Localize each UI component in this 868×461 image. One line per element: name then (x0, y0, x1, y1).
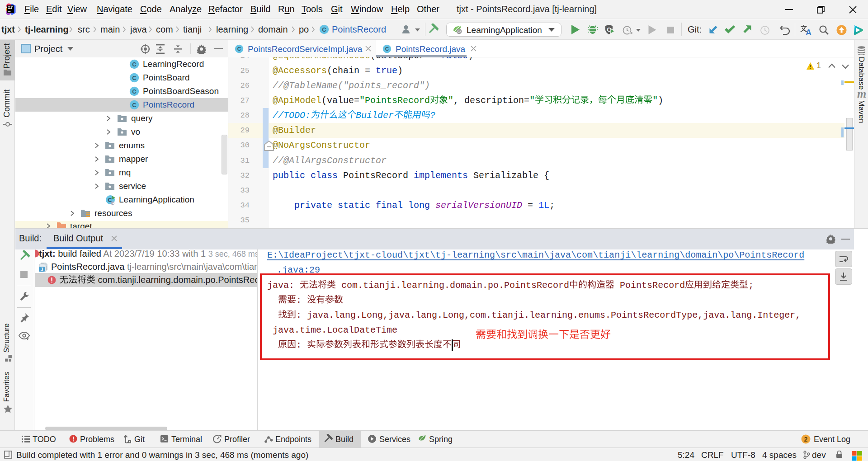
svg-text:C: C (322, 26, 326, 33)
svg-text:C: C (132, 61, 137, 68)
svg-text:C: C (132, 88, 137, 95)
svg-text:C: C (385, 46, 389, 52)
svg-text:A: A (806, 28, 811, 36)
svg-text:J: J (41, 267, 43, 272)
svg-text:C: C (237, 46, 241, 52)
svg-text:2: 2 (804, 436, 808, 443)
svg-text:C: C (132, 75, 137, 81)
svg-text:C: C (132, 102, 137, 108)
